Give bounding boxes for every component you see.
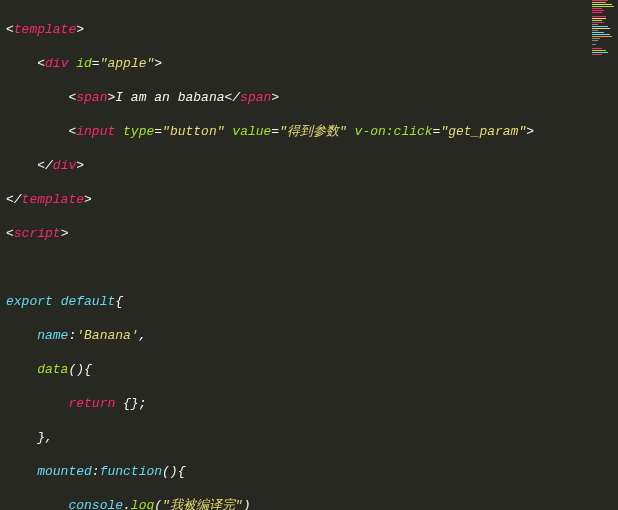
code-line: return {}; xyxy=(6,395,612,412)
code-line: data(){ xyxy=(6,361,612,378)
code-line: export default{ xyxy=(6,293,612,310)
minimap[interactable] xyxy=(592,0,618,510)
code-line: <template> xyxy=(6,21,612,38)
code-line: }, xyxy=(6,429,612,446)
code-line: console.log("我被编译完") xyxy=(6,497,612,510)
code-line: <div id="apple"> xyxy=(6,55,612,72)
code-line: name:'Banana', xyxy=(6,327,612,344)
code-line: <script> xyxy=(6,225,612,242)
code-line: <span>I am an babana</span> xyxy=(6,89,612,106)
code-line: </template> xyxy=(6,191,612,208)
code-editor[interactable]: <template> <div id="apple"> <span>I am a… xyxy=(0,0,618,510)
code-line: <input type="button" value="得到参数" v-on:c… xyxy=(6,123,612,140)
code-line xyxy=(6,259,612,276)
code-line: mounted:function(){ xyxy=(6,463,612,480)
code-line: </div> xyxy=(6,157,612,174)
